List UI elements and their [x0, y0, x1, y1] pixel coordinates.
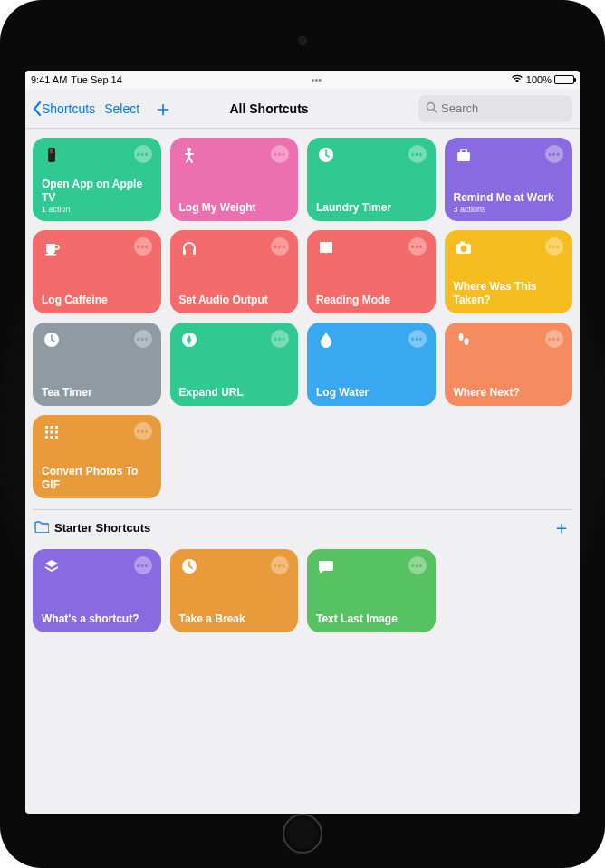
page-title: All Shortcuts	[123, 101, 415, 116]
screen: 9:41 AM Tue Sep 14 ••• 100% Shortcuts Se…	[25, 71, 580, 814]
clock-icon	[316, 145, 336, 165]
shortcut-tile[interactable]: •••Log Water	[307, 323, 436, 406]
shortcut-tile[interactable]: •••Log My Weight	[170, 138, 299, 221]
layers-icon	[42, 556, 62, 576]
section-title: Starter Shortcuts	[54, 521, 150, 535]
home-button[interactable]	[283, 814, 322, 854]
back-label: Shortcuts	[42, 101, 95, 116]
shortcut-tile[interactable]: •••Convert Photos To GIF	[33, 415, 161, 498]
tile-more-icon[interactable]: •••	[134, 145, 152, 163]
section-add-button[interactable]: ＋	[552, 516, 571, 540]
ipad-bezel: 9:41 AM Tue Sep 14 ••• 100% Shortcuts Se…	[0, 0, 605, 868]
tile-more-icon[interactable]: •••	[134, 556, 152, 574]
tile-title: Reading Mode	[316, 294, 427, 306]
search-input[interactable]	[441, 101, 580, 115]
tile-more-icon[interactable]: •••	[271, 556, 289, 574]
shortcut-tile[interactable]: •••Open App on Apple TV1 action	[33, 138, 161, 221]
camera-icon	[454, 237, 474, 257]
briefcase-icon	[454, 145, 474, 165]
steps-icon	[454, 330, 474, 350]
status-bar: 9:41 AM Tue Sep 14 ••• 100%	[25, 71, 580, 89]
tile-more-icon[interactable]: •••	[408, 237, 427, 256]
shortcut-tile[interactable]: •••Set Audio Output	[170, 230, 299, 313]
starter-grid: •••What's a shortcut?•••Take a Break•••T…	[33, 544, 572, 638]
tile-more-icon[interactable]: •••	[134, 237, 152, 256]
front-camera	[298, 36, 307, 45]
tile-more-icon[interactable]: •••	[408, 330, 427, 348]
folder-icon	[34, 520, 49, 536]
battery-pct: 100%	[526, 74, 552, 85]
wifi-icon	[511, 74, 523, 85]
tile-more-icon[interactable]: •••	[134, 330, 152, 348]
shortcuts-grid: •••Open App on Apple TV1 action•••Log My…	[33, 132, 572, 504]
tile-subtitle: 1 action	[42, 205, 152, 214]
tile-more-icon[interactable]: •••	[134, 422, 152, 440]
grid-icon	[42, 422, 62, 442]
tile-title: Open App on Apple TV	[42, 178, 152, 204]
tile-title: Where Was This Taken?	[454, 280, 564, 306]
nav-bar: Shortcuts Select ＋ All Shortcuts	[25, 89, 580, 129]
tile-title: Expand URL	[179, 386, 290, 399]
tile-more-icon[interactable]: •••	[271, 237, 289, 256]
compass-icon	[179, 330, 199, 350]
appletv-icon	[42, 145, 62, 165]
chat-icon	[316, 556, 336, 576]
shortcut-tile[interactable]: •••Text Last Image	[307, 549, 436, 632]
book-icon	[316, 237, 336, 257]
section-header-starter: Starter Shortcuts ＋	[33, 509, 572, 544]
tile-title: Take a Break	[179, 612, 290, 625]
tile-more-icon[interactable]: •••	[408, 145, 427, 163]
back-button[interactable]: Shortcuts	[33, 101, 95, 116]
clock-icon	[42, 330, 62, 350]
tile-title: What's a shortcut?	[42, 612, 152, 625]
status-time: 9:41 AM	[31, 74, 67, 85]
shortcut-tile[interactable]: •••Expand URL	[170, 323, 299, 406]
tile-more-icon[interactable]: •••	[545, 237, 563, 256]
tile-more-icon[interactable]: •••	[545, 145, 563, 163]
multitask-dots-icon: •••	[312, 74, 322, 85]
shortcut-tile[interactable]: •••Remind Me at Work3 actions	[445, 138, 573, 221]
tile-more-icon[interactable]: •••	[545, 330, 563, 348]
tile-title: Convert Photos To GIF	[42, 465, 152, 491]
tile-title: Log My Weight	[179, 201, 290, 214]
shortcut-tile[interactable]: •••Log Caffeine	[33, 230, 161, 313]
headphones-icon	[179, 237, 199, 257]
shortcut-tile[interactable]: •••Laundry Timer	[307, 138, 436, 221]
clock-icon	[179, 556, 199, 576]
search-icon	[426, 101, 437, 117]
cup-icon	[42, 237, 62, 257]
shortcut-tile[interactable]: •••Where Was This Taken?	[445, 230, 573, 313]
status-date: Tue Sep 14	[71, 74, 121, 85]
tile-more-icon[interactable]: •••	[271, 145, 289, 163]
tile-title: Remind Me at Work	[454, 191, 564, 204]
search-field[interactable]	[418, 95, 572, 122]
shortcut-tile[interactable]: •••What's a shortcut?	[33, 549, 161, 632]
tile-title: Text Last Image	[316, 612, 427, 625]
shortcut-tile[interactable]: •••Reading Mode	[307, 230, 436, 313]
tile-title: Tea Timer	[42, 386, 152, 399]
svg-line-1	[434, 109, 437, 112]
shortcut-tile[interactable]: •••Take a Break	[170, 549, 299, 632]
shortcut-tile[interactable]: •••Tea Timer	[33, 323, 161, 406]
battery-icon	[554, 75, 574, 84]
tile-title: Where Next?	[454, 386, 564, 399]
tile-title: Log Caffeine	[42, 294, 152, 306]
shortcut-tile[interactable]: •••Where Next?	[445, 323, 573, 406]
tile-subtitle: 3 actions	[454, 205, 564, 214]
content-area: •••Open App on Apple TV1 action•••Log My…	[25, 129, 580, 641]
tile-title: Set Audio Output	[179, 294, 290, 306]
tile-more-icon[interactable]: •••	[271, 330, 289, 348]
tile-more-icon[interactable]: •••	[408, 556, 427, 574]
drop-icon	[316, 330, 336, 350]
tile-title: Log Water	[316, 386, 427, 399]
person-icon	[179, 145, 199, 165]
tile-title: Laundry Timer	[316, 201, 427, 214]
